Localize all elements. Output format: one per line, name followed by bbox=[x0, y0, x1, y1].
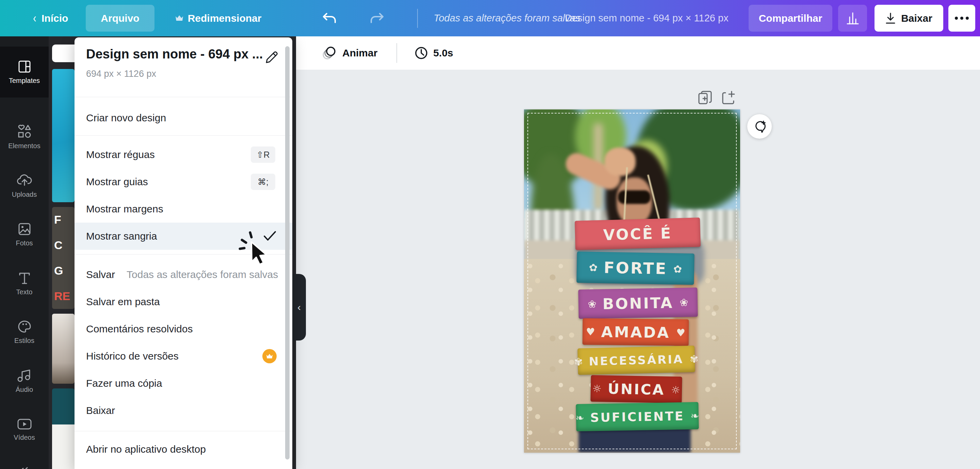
comment-plus-icon bbox=[753, 120, 766, 133]
videos-icon bbox=[17, 418, 32, 430]
menu-divider bbox=[75, 135, 292, 136]
template-thumbnail[interactable]: F C G RE bbox=[52, 207, 75, 309]
canvas-area: Animar 5.0s bbox=[295, 36, 980, 469]
menu-item-historico-de-versoes[interactable]: Histórico de versões bbox=[75, 342, 292, 370]
resize-button[interactable]: Redimensionar bbox=[175, 13, 262, 24]
styles-icon bbox=[18, 320, 32, 333]
menu-item-mostrar-margens[interactable]: Mostrar margens bbox=[75, 195, 292, 223]
design-page[interactable]: VOCÊ É ✿ FORTE ✿ ❀ BONITA ❀ ♥ AMADA ♥ ✾ … bbox=[524, 109, 740, 453]
menu-design-title: Design sem nome - 694 px ... bbox=[86, 47, 263, 62]
sidebar-item-fundo[interactable]: Fundo bbox=[0, 455, 49, 469]
photos-icon bbox=[18, 222, 31, 236]
pencil-icon bbox=[264, 50, 279, 65]
comment-button[interactable] bbox=[747, 114, 772, 139]
more-options-button[interactable] bbox=[948, 5, 975, 32]
menu-divider bbox=[75, 431, 292, 431]
uploads-icon bbox=[17, 174, 32, 187]
clock-icon bbox=[414, 46, 428, 60]
file-menu-dropdown: Design sem nome - 694 px ... 694 px × 11… bbox=[75, 37, 292, 469]
saved-status: Todas as alterações foram salvas bbox=[434, 13, 580, 24]
animate-icon bbox=[322, 46, 336, 60]
design-title[interactable]: Design sem nome - 694 px × 1126 px bbox=[565, 0, 729, 36]
redo-button[interactable] bbox=[369, 11, 385, 25]
duplicate-page-button[interactable] bbox=[698, 90, 713, 105]
menu-design-dimensions: 694 px × 1126 px bbox=[86, 69, 156, 79]
menu-item-abrir-no-aplicativo-desktop[interactable]: Abrir no aplicativo desktop bbox=[75, 436, 292, 463]
sidebar: Templates Elementos Uploads F bbox=[0, 36, 49, 469]
panel-search-input[interactable] bbox=[52, 44, 75, 62]
top-bar: ‹ Início Arquivo Redimensionar Todas as … bbox=[0, 0, 980, 36]
crown-icon bbox=[175, 13, 184, 24]
template-thumbnail[interactable] bbox=[52, 314, 75, 384]
shortcut-badge: ⌘; bbox=[251, 174, 275, 190]
sidebar-item-elementos[interactable]: Elementos bbox=[0, 113, 49, 161]
menu-item-comentarios-resolvidos[interactable]: Comentários resolvidos bbox=[75, 315, 292, 342]
sidebar-item-texto[interactable]: Texto bbox=[0, 260, 49, 307]
home-label: Início bbox=[41, 13, 68, 24]
more-dots-icon bbox=[955, 17, 958, 20]
menu-scrollbar[interactable] bbox=[285, 46, 290, 459]
insights-button[interactable] bbox=[838, 5, 867, 32]
topbar-divider bbox=[417, 9, 418, 28]
menu-item-salvar-em-pasta[interactable]: Salvar em pasta bbox=[75, 288, 292, 315]
text-icon bbox=[18, 271, 31, 285]
save-hint: Todas as alterações foram salvas bbox=[127, 269, 278, 280]
background-icon bbox=[18, 466, 31, 469]
share-button[interactable]: Compartilhar bbox=[749, 5, 832, 32]
sidebar-item-videos[interactable]: Vídeos bbox=[0, 406, 49, 454]
animate-button[interactable]: Animar bbox=[322, 46, 377, 60]
menu-item-baixar[interactable]: Baixar bbox=[75, 397, 292, 424]
toolbar-divider bbox=[396, 43, 397, 63]
rename-button[interactable] bbox=[264, 50, 279, 67]
canva-editor: ‹ Início Arquivo Redimensionar Todas as … bbox=[0, 0, 980, 469]
undo-icon bbox=[322, 11, 337, 25]
back-chevron-icon: ‹ bbox=[33, 11, 37, 25]
redo-icon bbox=[369, 11, 385, 25]
elements-icon bbox=[18, 124, 32, 139]
home-button[interactable]: ‹ Início bbox=[33, 11, 68, 25]
template-thumbnail[interactable] bbox=[52, 69, 75, 202]
download-icon bbox=[885, 13, 896, 24]
menu-item-mostrar-guias[interactable]: Mostrar guias ⌘; bbox=[75, 168, 292, 195]
menu-divider bbox=[75, 97, 292, 97]
audio-icon bbox=[18, 369, 32, 382]
templates-icon bbox=[18, 60, 31, 73]
sidebar-item-uploads[interactable]: Uploads bbox=[0, 162, 49, 210]
premium-crown-icon bbox=[262, 349, 277, 363]
chevron-left-icon: ‹ bbox=[298, 301, 301, 313]
sidebar-item-templates[interactable]: Templates bbox=[0, 47, 49, 98]
shortcut-badge: ⇧R bbox=[251, 146, 275, 163]
duration-button[interactable]: 5.0s bbox=[414, 46, 453, 60]
canvas-toolbar: Animar 5.0s bbox=[295, 36, 980, 70]
resize-label: Redimensionar bbox=[188, 13, 262, 24]
share-label: Compartilhar bbox=[759, 13, 822, 24]
collapse-panel-button[interactable]: ‹ bbox=[292, 274, 306, 341]
download-label: Baixar bbox=[901, 13, 932, 24]
sidebar-item-fotos[interactable]: Fotos bbox=[0, 211, 49, 258]
template-thumbnail[interactable] bbox=[52, 388, 75, 469]
file-menu-button[interactable]: Arquivo bbox=[86, 5, 154, 32]
file-label: Arquivo bbox=[101, 13, 139, 24]
bar-chart-icon bbox=[846, 11, 859, 25]
sidebar-item-estilos[interactable]: Estilos bbox=[0, 308, 49, 356]
menu-item-mostrar-reguas[interactable]: Mostrar réguas ⇧R bbox=[75, 141, 292, 168]
download-button[interactable]: Baixar bbox=[875, 5, 943, 32]
undo-button[interactable] bbox=[322, 11, 337, 25]
menu-item-fazer-uma-copia[interactable]: Fazer uma cópia bbox=[75, 370, 292, 397]
add-page-button[interactable] bbox=[721, 90, 736, 105]
click-cursor-icon bbox=[237, 230, 275, 267]
bleed-margin-dashed-border bbox=[527, 113, 737, 449]
sidebar-item-audio[interactable]: Áudio bbox=[0, 357, 49, 405]
menu-item-criar-novo-design[interactable]: Criar novo design bbox=[75, 105, 292, 132]
